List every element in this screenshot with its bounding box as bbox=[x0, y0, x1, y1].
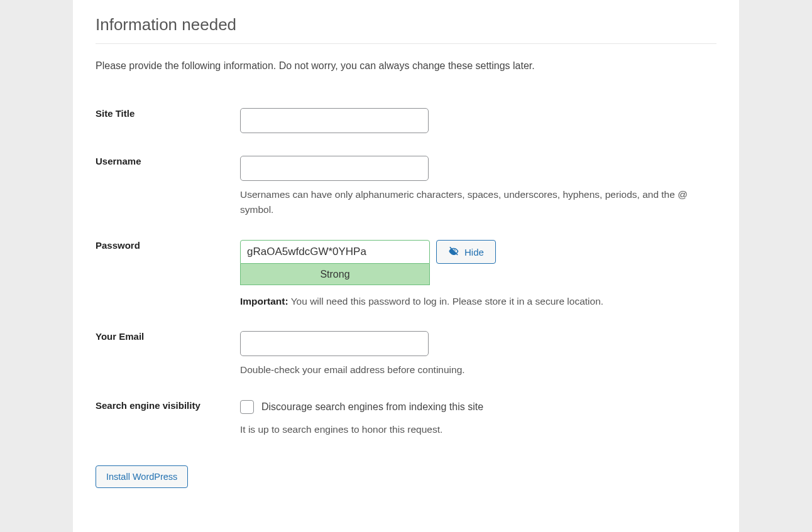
row-username: Username Usernames can have only alphanu… bbox=[96, 144, 716, 229]
label-site-title: Site Title bbox=[96, 97, 240, 144]
label-email: Your Email bbox=[96, 320, 240, 389]
divider bbox=[96, 43, 716, 44]
seo-discourage-checkbox[interactable] bbox=[240, 400, 254, 414]
password-strength-meter: Strong bbox=[240, 264, 430, 285]
form-table: Site Title Username Usernames can have o… bbox=[96, 97, 716, 447]
username-input[interactable] bbox=[240, 156, 429, 181]
seo-checkbox-label[interactable]: Discourage search engines from indexing … bbox=[261, 401, 483, 413]
password-input[interactable] bbox=[240, 240, 430, 264]
important-text: You will need this password to log in. P… bbox=[288, 296, 603, 307]
page-title: Information needed bbox=[96, 15, 716, 35]
row-site-title: Site Title bbox=[96, 97, 716, 144]
hide-button-label: Hide bbox=[464, 247, 484, 258]
label-username: Username bbox=[96, 144, 240, 229]
install-form-card: Information needed Please provide the fo… bbox=[73, 0, 739, 532]
row-email: Your Email Double-check your email addre… bbox=[96, 320, 716, 389]
row-password: Password Strong Hide bbox=[96, 229, 716, 320]
important-label: Important: bbox=[240, 296, 288, 307]
username-help-text: Usernames can have only alphanumeric cha… bbox=[240, 187, 693, 217]
site-title-input[interactable] bbox=[240, 108, 429, 133]
row-search-engine-visibility: Search engine visibility Discourage sear… bbox=[96, 389, 716, 447]
hide-password-button[interactable]: Hide bbox=[436, 240, 496, 264]
intro-text: Please provide the following information… bbox=[96, 60, 716, 72]
password-important-note: Important: You will need this password t… bbox=[240, 294, 716, 308]
eye-slash-icon bbox=[448, 246, 459, 259]
label-password: Password bbox=[96, 229, 240, 320]
label-seo: Search engine visibility bbox=[96, 389, 240, 447]
email-input[interactable] bbox=[240, 331, 429, 356]
seo-help-text: It is up to search engines to honor this… bbox=[240, 424, 716, 435]
email-help-text: Double-check your email address before c… bbox=[240, 362, 693, 377]
install-wordpress-button[interactable]: Install WordPress bbox=[96, 465, 188, 488]
